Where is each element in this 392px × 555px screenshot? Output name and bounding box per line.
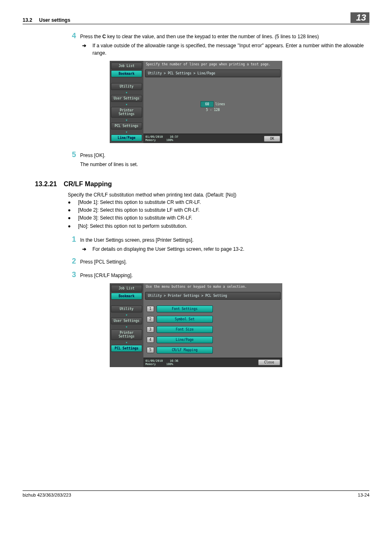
user-settings-button[interactable]: User Settings [111,95,142,102]
chevron-down-icon: ▾ [111,118,142,122]
step4-note-text: If a value outside of the allowable rang… [92,42,369,57]
header-section-num: 13.2 [23,17,32,23]
step-b1: 1 In the User Settings screen, press [Pr… [64,235,369,244]
footer-page: 13-24 [358,493,369,497]
step4-text-b: key to clear the value, and then use the… [106,34,319,39]
lines-range: 5 - 128 [206,108,220,112]
section-title: CR/LF Mapping [64,180,112,188]
chevron-down-icon: ▾ [111,313,142,317]
chevron-down-icon: ▾ [111,341,142,344]
printer-settings-button[interactable]: Printer Settings [111,329,142,340]
section-intro: Specify the CR/LF substitution method wh… [68,191,369,199]
step-b2: 2 Press [PCL Settings]. [64,257,369,266]
device-screen-linepage: Job List Bookmark Utility ▾ User Setting… [110,61,282,143]
screen1-date: 01/09/2010 [145,135,163,139]
pcl-settings-button[interactable]: PCL Settings [111,345,142,352]
menu-item[interactable]: 1Font Settings [147,305,213,312]
step5-text: Press [OK]. [80,150,105,159]
screen2-mem-label: Memory [145,363,156,366]
menu-item[interactable]: 4Line/Page [147,336,213,343]
page-footer: bizhub 423/363/283/223 13-24 [23,490,369,497]
screen2-time: 16:36 [170,359,178,363]
page-header: 13.2 User settings 13 [23,12,369,24]
bookmark-button[interactable]: Bookmark [111,70,142,77]
step-b1-text: In the User Settings screen, press [Prin… [80,235,194,244]
step4-note: ➔ If a value outside of the allowable ra… [82,42,369,57]
user-settings-button[interactable]: User Settings [111,317,142,324]
screen1-mem-label: Memory [145,139,156,142]
section-heading: 13.2.21 CR/LF Mapping [35,180,369,188]
chevron-down-icon: ▾ [111,103,142,106]
menu-item[interactable]: 3Font Size [147,326,213,333]
step-number: 2 [64,257,80,266]
section-number: 13.2.21 [35,180,64,188]
bookmark-button[interactable]: Bookmark [111,293,142,300]
step-number: 5 [64,150,80,159]
arrow-icon: ➔ [82,245,92,253]
bullet-item: ●[Mode 3]: Select this option to substit… [68,214,369,222]
utility-button[interactable]: Utility [111,305,142,312]
job-list-button[interactable]: Job List [111,62,142,69]
step-b3-text: Press [CR/LF Mapping]. [80,271,133,279]
job-list-button[interactable]: Job List [111,285,142,292]
ok-button[interactable]: OK [264,136,280,142]
screen2-message: Use the menu buttons or keypad to make a… [143,283,282,290]
step-number: 1 [64,235,80,244]
close-button[interactable]: Close [258,359,280,365]
device-screen-pclsetting: Job List Bookmark Utility ▾ User Setting… [110,283,282,367]
step-b3: 3 Press [CR/LF Mapping]. [64,271,369,279]
lines-unit: lines [215,102,225,106]
line-page-button[interactable]: Line/Page [111,134,142,141]
bullet-item: ●[Mode 2]: Select this option to substit… [68,206,369,214]
step4-key: C [102,34,106,39]
step-number: 4 [64,32,80,40]
chevron-down-icon: ▾ [111,91,142,94]
step-number: 3 [64,271,80,279]
chevron-down-icon: ▾ [111,325,142,328]
screen2-mem-val: 100% [166,363,173,366]
menu-item[interactable]: 5CR/LF Mapping [147,347,213,354]
bullet-item: ●[Mode 1]: Select this option to substit… [68,199,369,206]
screen1-mem-val: 100% [166,139,173,142]
header-section-title: User settings [39,17,70,23]
pcl-settings-button[interactable]: PCL Settings [111,123,142,130]
step-4: 4 Press the C key to clear the value, an… [64,32,369,40]
bullet-item: ●[No]: Select this option not to perform… [68,222,369,230]
step4-text-a: Press the [80,34,102,39]
breadcrumb: Utility > PCL Settings > Line/Page [145,69,281,77]
step-b1-note: ➔ For details on displaying the User Set… [82,245,369,253]
chapter-badge: 13 [350,12,369,23]
lines-value[interactable]: 60 [201,101,214,107]
chevron-down-icon: ▾ [111,130,142,134]
menu-item[interactable]: 2Symbol Set [147,316,213,323]
footer-model: bizhub 423/363/283/223 [23,493,71,497]
step-b1-note-text: For details on displaying the User Setti… [92,245,244,253]
step-5: 5 Press [OK]. [64,150,369,159]
breadcrumb: Utility > Printer Settings > PCL Setting [145,292,281,300]
utility-button[interactable]: Utility [111,83,142,90]
printer-settings-button[interactable]: Printer Settings [111,107,142,118]
step-b2-text: Press [PCL Settings]. [80,257,127,266]
screen1-message: Specify the number of lines per page whe… [143,61,282,68]
arrow-icon: ➔ [82,42,92,57]
screen1-time: 16:37 [170,135,178,139]
screen2-date: 01/09/2010 [145,359,163,363]
step5-after: The number of lines is set. [80,161,369,168]
